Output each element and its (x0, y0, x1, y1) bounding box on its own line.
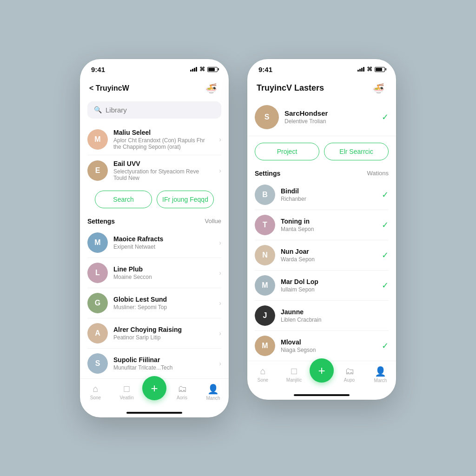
signal-icon-1 (190, 67, 197, 72)
item-info: Line Plub Moaine Seccon (113, 265, 213, 280)
item-name: Mar Dol Lop (281, 278, 376, 285)
list-item[interactable]: T Toning in Manta Sepon ✓ (255, 210, 389, 240)
header-1: < TruyincW 🍜 (80, 76, 229, 101)
check-icon: ✓ (382, 112, 389, 122)
avatar: B (255, 185, 275, 205)
check-icon: ✓ (382, 190, 389, 200)
fab-button-1[interactable]: + (142, 376, 166, 400)
avatar: G (87, 293, 108, 313)
avatar: M (87, 232, 108, 253)
profile-info: SarcHondser Delentive Trolian (284, 109, 376, 125)
item-sub: Warda Sepon (281, 256, 376, 263)
status-icons-2: ⌘ (357, 66, 385, 73)
item-sub: Niaga Segson (281, 347, 376, 353)
phone-2: 9:41 ⌘ TruyincV Lasters 🍜 S (247, 59, 396, 400)
search-action-button[interactable]: Search (95, 191, 152, 208)
list-item[interactable]: B Bindil Richanber ✓ (255, 180, 389, 210)
chevron-icon: › (219, 360, 221, 367)
signal-icon-2 (357, 67, 364, 72)
list-item[interactable]: M Maliu Seleel Aplor Cht Erandoxt (Con) … (87, 124, 221, 155)
avatar: M (255, 336, 275, 356)
nav-item-aupo[interactable]: 🗂 Aupo (334, 366, 365, 383)
item-info: Alrer Choying Raising Peatinor Sarip Lit… (113, 326, 213, 341)
nav-item-manch[interactable]: 👤 Manch (198, 383, 229, 401)
chevron-icon: › (219, 330, 221, 337)
list-item[interactable]: M Mar Dol Lop Iullaim Sepon ✓ (255, 271, 389, 301)
settings-title-1: Settengs (87, 218, 115, 225)
list-item[interactable]: J Jaunne Liblen Cracbrain (255, 301, 389, 331)
battery-icon-1 (207, 67, 218, 72)
fab-button-2[interactable]: + (310, 358, 334, 383)
chevron-icon: › (219, 269, 221, 277)
nav-item-manjilic[interactable]: □ Manjilic (278, 366, 310, 383)
nav-item-sone[interactable]: ⌂ Sone (80, 383, 111, 400)
item-sub: Manta Sepon (281, 226, 376, 232)
avatar: E (87, 160, 108, 181)
item-info: Supolic Fiilinar Munufitar Trilcate...Te… (113, 356, 213, 371)
project-button[interactable]: Project (255, 143, 319, 160)
status-bar-1: 9:41 ⌘ (80, 59, 229, 76)
profile-sub: Delentive Trolian (284, 118, 376, 125)
item-info: Eail UVV Selectyuration for Styeaciom Re… (113, 160, 213, 181)
phone-1: 9:41 ⌘ < TruyincW 🍜 🔍 (80, 59, 229, 417)
profile-icon: 👤 (207, 383, 219, 395)
search-bar-1[interactable]: 🔍 (87, 101, 221, 119)
list-item[interactable]: E Eail UVV Selectyuration for Styeaciom … (87, 155, 221, 186)
nav-label-sone-2: Sone (258, 377, 268, 383)
settings-title-2: Settings (255, 170, 280, 177)
avatar: M (87, 129, 108, 150)
list-item[interactable]: L Line Plub Moaine Seccon › (87, 258, 221, 288)
find-action-button[interactable]: IFr joung Feqqd (157, 191, 214, 208)
phones-container: 9:41 ⌘ < TruyincW 🍜 🔍 (80, 59, 396, 417)
nav-label-march: March (374, 378, 387, 383)
tasks-icon: 🗂 (178, 383, 187, 394)
avatar: J (255, 305, 275, 326)
home-indicator-2 (294, 394, 350, 396)
item-name: Line Plub (113, 265, 213, 273)
list-item[interactable]: M Mloval Niaga Segson ✓ (255, 331, 389, 361)
item-sub: Moaine Seccon (113, 274, 213, 280)
chevron-icon: › (219, 167, 221, 174)
status-icons-1: ⌘ (190, 66, 218, 73)
avatar: M (255, 275, 275, 296)
settings-action-2[interactable]: Wations (367, 170, 389, 177)
nav-item-march[interactable]: 👤 March (365, 366, 396, 383)
item-info: Bindil Richanber (281, 187, 376, 202)
menu-icon-2[interactable]: 🍜 (370, 80, 387, 97)
item-name: Supolic Fiilinar (113, 356, 213, 364)
list-item[interactable]: G Globic Lest Sund Musliner: Sepomi Top … (87, 288, 221, 318)
list-item[interactable]: N Nun Joar Warda Sepon ✓ (255, 240, 389, 271)
battery-icon-2 (375, 67, 385, 72)
search-icon-1: 🔍 (94, 106, 102, 113)
list-item[interactable]: A Alrer Choying Raising Peatinor Sarip L… (87, 318, 221, 349)
time-2: 9:41 (258, 66, 272, 73)
check-icon: ✓ (382, 280, 389, 291)
item-sub: Peatinor Sarip Litip (113, 334, 213, 341)
nav-item-veatlin[interactable]: □ Veatlin (111, 383, 142, 400)
time-1: 9:41 (91, 66, 105, 73)
item-sub: Munufitar Trilcate...Tech (113, 364, 213, 371)
settings-action-1[interactable]: Vollue (205, 218, 221, 225)
settings-list-2: B Bindil Richanber ✓ T Toning in Manta S… (255, 180, 389, 361)
nav-label-manjilic: Manjilic (286, 377, 302, 383)
search-input-1[interactable] (106, 106, 215, 114)
item-info: Globic Lest Sund Musliner: Sepomi Top (113, 296, 213, 311)
item-name: Maoice Rafracts (113, 235, 213, 243)
search-button-2[interactable]: Elr Searrcic (324, 143, 389, 160)
list-item[interactable]: S Supolic Fiilinar Munufitar Trilcate...… (87, 349, 221, 378)
back-button-1[interactable]: < TruyincW (89, 84, 129, 93)
nav-item-sone-2[interactable]: ⌂ Sone (247, 366, 278, 383)
nav-item-aoris[interactable]: 🗂 Aoris (166, 383, 198, 400)
chevron-icon: › (219, 299, 221, 307)
item-sub: Liblen Cracbrain (281, 317, 389, 323)
nav-label-sone: Sone (90, 395, 101, 400)
item-info: Jaunne Liblen Cracbrain (281, 308, 389, 323)
avatar: A (87, 323, 108, 344)
nav-label-aoris: Aoris (177, 395, 187, 400)
list-item[interactable]: M Maoice Rafracts Exipenit Netwaet › (87, 228, 221, 258)
bottom-nav-2: ⌂ Sone □ Manjilic + 🗂 Aupo 👤 March (247, 361, 396, 392)
page-title-2: TruyincV Lasters (257, 83, 324, 93)
menu-icon-1[interactable]: 🍜 (203, 80, 219, 97)
settings-list-1: M Maoice Rafracts Exipenit Netwaet › L L… (87, 228, 221, 378)
item-info: Maliu Seleel Aplor Cht Erandoxt (Con) Ra… (113, 129, 213, 150)
